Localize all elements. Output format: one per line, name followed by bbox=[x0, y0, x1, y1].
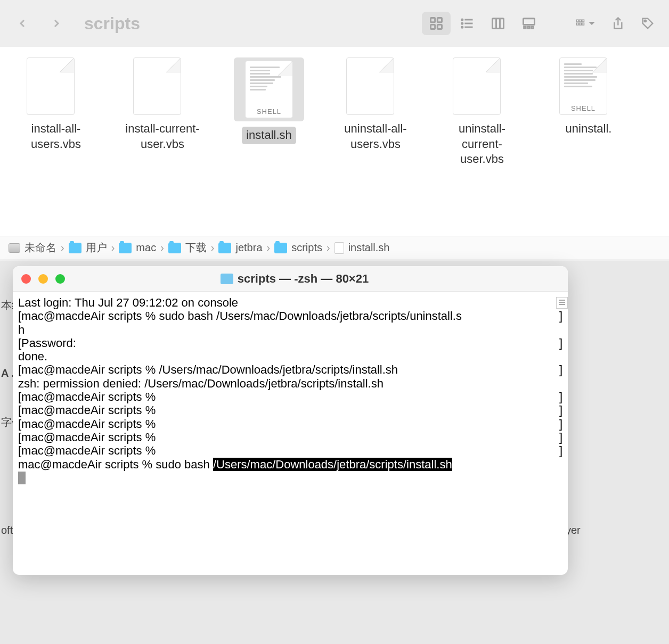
nav-forward-button[interactable] bbox=[45, 12, 68, 35]
terminal-line: mac@macdeAir scripts % sudo bash /Users/… bbox=[18, 458, 562, 471]
svg-point-7 bbox=[462, 19, 463, 20]
file-item[interactable]: uninstall-all-users.vbs bbox=[336, 57, 415, 225]
folder-icon bbox=[69, 243, 81, 253]
disk-icon bbox=[9, 243, 20, 253]
svg-rect-1 bbox=[437, 18, 442, 22]
file-name: uninstall-all-users.vbs bbox=[336, 121, 415, 152]
folder-icon bbox=[119, 243, 132, 253]
chevron-right-icon: › bbox=[61, 242, 64, 254]
chevron-right-icon: › bbox=[327, 242, 330, 254]
chevron-right-icon: › bbox=[111, 242, 115, 254]
svg-rect-17 bbox=[576, 20, 578, 22]
svg-rect-3 bbox=[437, 24, 442, 29]
svg-rect-22 bbox=[582, 23, 584, 25]
terminal-line: [mac@macdeAir scripts % ] bbox=[18, 417, 562, 431]
breadcrumb-segment[interactable]: 下载 bbox=[168, 241, 207, 255]
group-by-button[interactable] bbox=[575, 13, 597, 34]
svg-rect-13 bbox=[524, 19, 535, 25]
svg-rect-21 bbox=[580, 23, 582, 25]
share-button[interactable] bbox=[606, 13, 627, 34]
file-name: uninstall. bbox=[566, 121, 612, 137]
svg-rect-19 bbox=[582, 20, 584, 22]
chevron-right-icon: › bbox=[211, 242, 215, 254]
terminal-line: Last login: Thu Jul 27 09:12:02 on conso… bbox=[18, 296, 562, 309]
breadcrumb-segment[interactable]: mac bbox=[119, 242, 156, 254]
file-icon bbox=[334, 242, 344, 254]
path-bar: 未命名›用户›mac›下载›jetbra›scripts›install.sh bbox=[0, 236, 669, 259]
terminal-line: [mac@macdeAir scripts % ] bbox=[18, 431, 562, 444]
svg-point-8 bbox=[462, 23, 463, 24]
terminal-line: [mac@macdeAir scripts % ] bbox=[18, 403, 562, 417]
chevron-right-icon: › bbox=[267, 242, 271, 254]
svg-rect-2 bbox=[431, 24, 435, 29]
svg-rect-16 bbox=[532, 27, 534, 29]
terminal-cursor bbox=[18, 472, 26, 484]
file-item[interactable]: uninstall-current-user.vbs bbox=[442, 57, 522, 225]
svg-rect-18 bbox=[580, 20, 582, 22]
breadcrumb-segment[interactable]: scripts bbox=[274, 242, 322, 254]
terminal-line: [mac@macdeAir scripts % ] bbox=[18, 390, 562, 403]
svg-rect-15 bbox=[528, 27, 530, 29]
finder-window: scripts bbox=[0, 0, 669, 259]
folder-title: scripts bbox=[84, 14, 140, 34]
file-name: install-current-user.vbs bbox=[123, 121, 202, 152]
terminal-line: done. bbox=[18, 350, 562, 363]
file-name: install.sh bbox=[242, 127, 296, 144]
terminal-body[interactable]: Last login: Thu Jul 27 09:12:02 on conso… bbox=[13, 292, 568, 575]
folder-icon bbox=[221, 274, 233, 284]
tags-button[interactable] bbox=[637, 13, 658, 34]
terminal-titlebar[interactable]: scripts — -zsh — 80×21 bbox=[13, 266, 568, 292]
terminal-line: [Password:] bbox=[18, 336, 562, 350]
breadcrumb-segment[interactable]: install.sh bbox=[334, 242, 390, 254]
scroll-indicator-icon bbox=[556, 297, 568, 309]
finder-toolbar: scripts bbox=[0, 0, 669, 47]
svg-point-9 bbox=[462, 27, 463, 28]
file-name: uninstall-current-user.vbs bbox=[442, 121, 522, 167]
terminal-window: scripts — -zsh — 80×21 Last login: Thu J… bbox=[13, 266, 568, 575]
file-item[interactable]: install-current-user.vbs bbox=[123, 57, 202, 225]
svg-rect-20 bbox=[576, 23, 578, 25]
breadcrumb-segment[interactable]: 用户 bbox=[69, 241, 107, 255]
breadcrumb-segment[interactable]: jetbra bbox=[218, 242, 262, 254]
view-icons-button[interactable] bbox=[422, 12, 451, 35]
folder-icon bbox=[274, 243, 287, 253]
folder-icon bbox=[168, 243, 181, 253]
view-list-button[interactable] bbox=[453, 12, 482, 35]
breadcrumb-segment[interactable]: 未命名 bbox=[9, 241, 56, 255]
view-gallery-button[interactable] bbox=[515, 12, 543, 35]
file-name: install-all-users.vbs bbox=[16, 121, 96, 152]
svg-point-23 bbox=[644, 20, 647, 22]
file-item[interactable]: SHELLinstall.sh bbox=[229, 57, 309, 225]
svg-rect-14 bbox=[524, 27, 526, 29]
chevron-right-icon: › bbox=[160, 242, 164, 254]
terminal-line: [mac@macdeAir scripts % sudo bash /Users… bbox=[18, 309, 562, 323]
terminal-line: [mac@macdeAir scripts % ] bbox=[18, 444, 562, 457]
nav-back-button[interactable] bbox=[11, 12, 34, 35]
terminal-line: [mac@macdeAir scripts % /Users/mac/Downl… bbox=[18, 363, 562, 376]
view-columns-button[interactable] bbox=[484, 12, 512, 35]
file-area[interactable]: install-all-users.vbsinstall-current-use… bbox=[0, 47, 669, 236]
terminal-title: scripts — -zsh — 80×21 bbox=[30, 272, 559, 286]
svg-rect-0 bbox=[431, 18, 435, 22]
file-item[interactable]: SHELLuninstall. bbox=[549, 57, 629, 225]
terminal-line: h bbox=[18, 323, 562, 336]
terminal-line: zsh: permission denied: /Users/mac/Downl… bbox=[18, 377, 562, 390]
folder-icon bbox=[218, 243, 231, 253]
svg-rect-10 bbox=[493, 19, 504, 29]
file-item[interactable]: install-all-users.vbs bbox=[16, 57, 96, 225]
